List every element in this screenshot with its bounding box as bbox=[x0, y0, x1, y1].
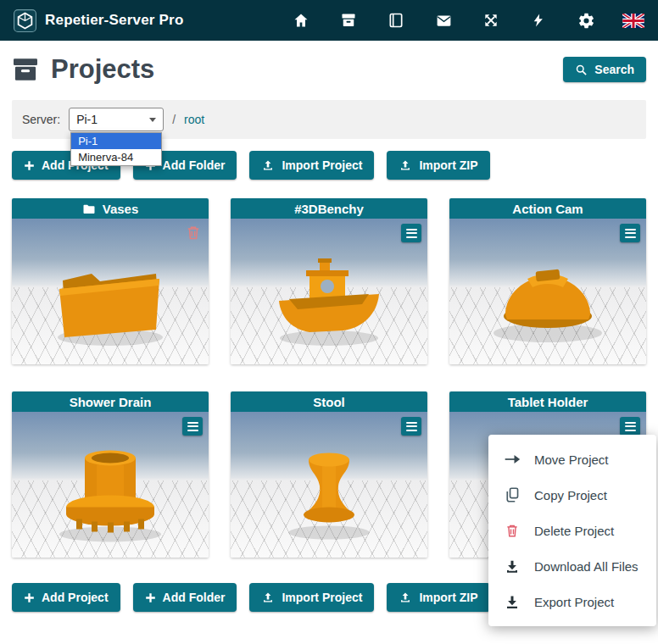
import-project-button[interactable]: Import Project bbox=[249, 583, 374, 612]
add-folder-label: Add Folder bbox=[163, 158, 226, 172]
plus-icon bbox=[24, 160, 35, 171]
card-title: #3DBenchy bbox=[294, 202, 364, 216]
folder-model bbox=[42, 248, 178, 350]
power-icon bbox=[531, 12, 546, 29]
folder-icon bbox=[82, 203, 96, 214]
plus-icon bbox=[145, 592, 156, 603]
import-project-label: Import Project bbox=[282, 158, 362, 172]
shower-drain-model bbox=[42, 439, 178, 545]
server-label: Server: bbox=[22, 113, 60, 126]
menu-item-label: Export Project bbox=[534, 595, 614, 609]
card-menu-button[interactable] bbox=[182, 417, 203, 436]
project-context-menu: Move Project Copy Project Delete Project… bbox=[488, 435, 656, 626]
trash-icon bbox=[504, 522, 521, 539]
server-select[interactable]: Pi-1 bbox=[69, 108, 164, 131]
context-menu-export-project[interactable]: Export Project bbox=[488, 584, 656, 619]
upload-icon bbox=[261, 591, 275, 604]
menu-icon bbox=[625, 422, 636, 424]
context-menu-copy-project[interactable]: Copy Project bbox=[488, 477, 656, 513]
page-header: Projects Search bbox=[12, 49, 646, 90]
card-header[interactable]: Tablet Holder bbox=[449, 391, 646, 412]
add-folder-label: Add Folder bbox=[163, 591, 226, 604]
language-flag-icon bbox=[622, 14, 644, 28]
import-zip-label: Import ZIP bbox=[419, 591, 477, 604]
card-menu-button[interactable] bbox=[620, 224, 640, 242]
manual-icon bbox=[388, 12, 404, 29]
download-icon bbox=[504, 558, 521, 575]
card-menu-button[interactable] bbox=[620, 417, 640, 436]
app-window: Repetier-Server Pro bbox=[0, 0, 658, 644]
language-button[interactable] bbox=[622, 9, 644, 31]
import-zip-label: Import ZIP bbox=[419, 158, 477, 172]
add-folder-button[interactable]: Add Folder bbox=[133, 583, 237, 612]
export-icon bbox=[504, 594, 521, 610]
upload-icon bbox=[399, 591, 412, 604]
card-header[interactable]: Vases bbox=[12, 198, 209, 219]
menu-item-label: Download All Files bbox=[534, 559, 638, 574]
project-card-vases: Vases bbox=[12, 198, 209, 364]
breadcrumb-separator: / bbox=[172, 113, 176, 126]
project-card-stool: Stool bbox=[231, 391, 427, 558]
project-card-action-cam: Action Cam bbox=[449, 198, 646, 364]
top-navbar: Repetier-Server Pro bbox=[0, 0, 658, 41]
card-title: Tablet Holder bbox=[508, 395, 588, 409]
card-header[interactable]: #3DBenchy bbox=[231, 198, 427, 219]
context-menu-move-project[interactable]: Move Project bbox=[488, 441, 656, 477]
move-icon bbox=[504, 453, 521, 465]
card-title: Stool bbox=[313, 395, 345, 409]
menu-item-label: Delete Project bbox=[534, 524, 614, 538]
search-button[interactable]: Search bbox=[563, 57, 646, 82]
project-preview[interactable] bbox=[449, 219, 646, 364]
card-header[interactable]: Stool bbox=[231, 391, 427, 412]
stool-model bbox=[265, 439, 393, 545]
breadcrumb-bar: Server: Pi-1 Pi-1 Minerva-84 / root bbox=[12, 100, 646, 139]
card-menu-button[interactable] bbox=[401, 224, 421, 242]
import-zip-button[interactable]: Import ZIP bbox=[387, 583, 489, 612]
context-menu-delete-project[interactable]: Delete Project bbox=[488, 513, 656, 548]
settings-gear-icon bbox=[577, 12, 595, 30]
card-menu-button[interactable] bbox=[401, 417, 421, 436]
manual-button[interactable] bbox=[385, 9, 407, 31]
app-title: Repetier-Server Pro bbox=[45, 12, 183, 29]
projects-button[interactable] bbox=[337, 9, 360, 31]
messages-button[interactable] bbox=[432, 9, 454, 31]
project-card-shower-drain: Shower Drain bbox=[12, 391, 209, 558]
app-logo[interactable]: Repetier-Server Pro bbox=[14, 9, 183, 32]
messages-icon bbox=[435, 12, 453, 30]
import-zip-button[interactable]: Import ZIP bbox=[387, 151, 489, 180]
delete-folder-button[interactable] bbox=[185, 224, 202, 245]
server-select-wrap: Pi-1 Pi-1 Minerva-84 bbox=[69, 108, 164, 131]
add-project-button[interactable]: Add Project bbox=[12, 583, 120, 612]
card-header[interactable]: Shower Drain bbox=[12, 391, 209, 412]
menu-icon bbox=[625, 229, 636, 230]
fullscreen-button[interactable] bbox=[480, 9, 502, 31]
project-preview[interactable] bbox=[231, 412, 427, 558]
settings-button[interactable] bbox=[575, 9, 597, 31]
card-header[interactable]: Action Cam bbox=[449, 198, 646, 219]
project-card-3dbenchy: #3DBenchy bbox=[231, 198, 427, 364]
card-title: Action Cam bbox=[512, 202, 583, 216]
home-button[interactable] bbox=[290, 9, 312, 31]
server-option-pi1[interactable]: Pi-1 bbox=[71, 133, 161, 149]
context-menu-download-all-files[interactable]: Download All Files bbox=[488, 548, 656, 584]
server-option-minerva84[interactable]: Minerva-84 bbox=[71, 149, 161, 165]
project-preview[interactable] bbox=[231, 219, 427, 364]
project-preview[interactable] bbox=[12, 412, 209, 558]
page-title: Projects bbox=[51, 54, 154, 85]
chevron-down-icon bbox=[149, 118, 156, 122]
card-title: Shower Drain bbox=[70, 395, 152, 409]
projects-icon bbox=[340, 12, 357, 29]
import-project-label: Import Project bbox=[282, 591, 362, 604]
project-preview[interactable] bbox=[12, 219, 209, 364]
upload-icon bbox=[261, 159, 275, 172]
server-select-value: Pi-1 bbox=[76, 113, 98, 126]
import-project-button[interactable]: Import Project bbox=[249, 151, 374, 180]
breadcrumb-root-link[interactable]: root bbox=[184, 113, 204, 126]
power-button[interactable] bbox=[527, 9, 549, 31]
add-project-label: Add Project bbox=[42, 591, 109, 604]
menu-item-label: Move Project bbox=[534, 452, 609, 467]
menu-icon bbox=[406, 229, 417, 230]
projects-box-icon bbox=[12, 58, 39, 81]
search-icon bbox=[575, 64, 588, 76]
logo-cube-icon bbox=[14, 9, 36, 32]
